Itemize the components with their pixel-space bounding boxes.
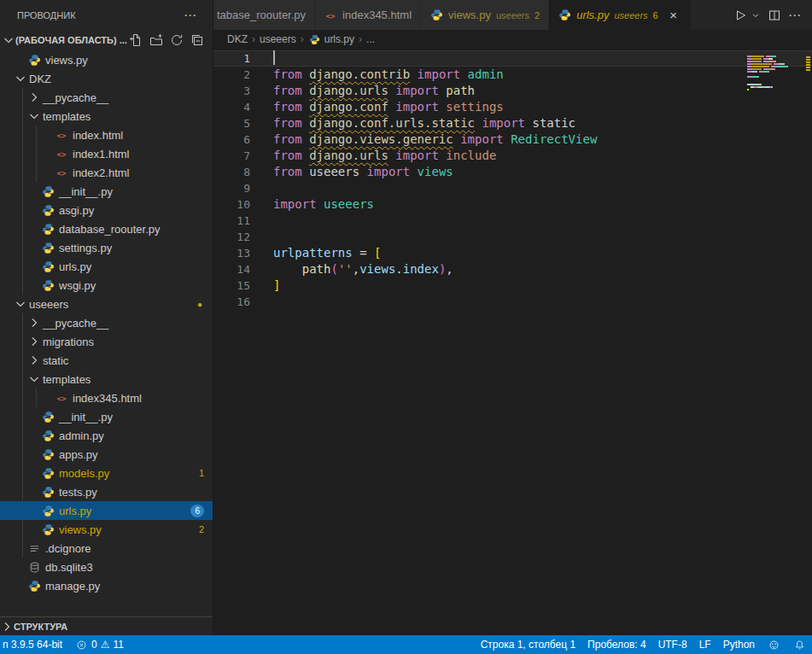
code-line-14[interactable]: 14 path('',views.index),: [213, 261, 812, 277]
language-mode[interactable]: Python: [717, 635, 761, 654]
tree-file-.dcignore[interactable]: .dcignore: [0, 539, 213, 558]
code-line-5[interactable]: 5from django.conf.urls.static import sta…: [213, 115, 812, 131]
code-line-13[interactable]: 13urlpatterns = [: [213, 245, 812, 261]
chevron-right-icon: [27, 91, 41, 104]
breadcrumb-item[interactable]: DKZ: [227, 33, 248, 45]
file-name: asgi.py: [59, 204, 94, 217]
tree-folder-DKZ[interactable]: DKZ: [0, 69, 213, 88]
line-number: 4: [213, 99, 250, 115]
overview-ruler[interactable]: [805, 53, 812, 635]
tree-file-asgi.py[interactable]: asgi.py: [0, 201, 213, 219]
tree-file-__init__.py[interactable]: __init__.py: [0, 182, 213, 201]
explorer-more-actions-button[interactable]: ⋯: [180, 8, 201, 23]
code-line-7[interactable]: 7from django.urls import include: [213, 148, 812, 164]
tree-folder-templates[interactable]: templates: [0, 370, 213, 388]
refresh-button[interactable]: [168, 32, 185, 49]
refresh-icon: [170, 33, 184, 47]
tree-file-models.py[interactable]: models.py1: [0, 464, 213, 482]
tree-file-db.sqlite3[interactable]: db.sqlite3: [0, 558, 213, 576]
tree-file-manage.py[interactable]: manage.py: [0, 576, 213, 595]
code-line-1[interactable]: 1: [213, 50, 812, 67]
file-name: .dcignore: [45, 542, 91, 555]
status-bar: n 3.9.5 64-bit 0 ⚠ 11 Строка 1, столбец …: [0, 635, 812, 654]
tab-index345.html[interactable]: <>index345.html: [315, 0, 421, 30]
problems-status[interactable]: 0 ⚠ 11: [68, 635, 130, 654]
code-line-15[interactable]: 15]: [213, 277, 812, 294]
tree-file-views.py[interactable]: views.py2: [0, 520, 213, 539]
code-line-10[interactable]: 10import useeers: [213, 196, 812, 213]
tree-file-admin.py[interactable]: admin.py: [0, 426, 213, 445]
tree-file-wsgi.py[interactable]: wsgi.py: [0, 276, 213, 295]
breadcrumb-item[interactable]: useeers: [260, 33, 296, 45]
code-line-11[interactable]: 11: [213, 213, 812, 229]
code-editor[interactable]: 12from django.contrib import admin3from …: [213, 49, 812, 635]
outline-section-header[interactable]: СТРУКТУРА: [0, 616, 213, 635]
breadcrumb-item[interactable]: ...: [366, 33, 375, 45]
run-dropdown-button[interactable]: [747, 5, 764, 26]
tree-file-urls.py[interactable]: urls.py: [0, 257, 213, 276]
split-editor-button[interactable]: [766, 5, 783, 26]
workspace-section-header[interactable]: (РАБОЧАЯ ОБЛАСТЬ) ...: [0, 30, 213, 50]
code-line-12[interactable]: 12: [213, 229, 812, 245]
tree-file-settings.py[interactable]: settings.py: [0, 238, 213, 257]
tree-file-tests.py[interactable]: tests.py: [0, 482, 213, 501]
breadcrumb-item[interactable]: urls.py: [308, 32, 354, 46]
editor-more-actions-button[interactable]: ⋯: [785, 5, 805, 26]
file-tree: views.pyDKZ__pycache__templates<>index.h…: [0, 50, 213, 616]
python-icon: [41, 485, 55, 499]
cursor-position[interactable]: Строка 1, столбец 1: [478, 635, 581, 654]
new-folder-icon: [149, 33, 163, 47]
file-name: __init__.py: [59, 185, 113, 198]
run-button[interactable]: [732, 5, 749, 26]
python-icon: [41, 278, 55, 292]
code-line-9[interactable]: 9: [213, 180, 812, 196]
python-icon: [41, 410, 55, 423]
close-tab-icon[interactable]: ×: [665, 7, 682, 24]
code-line-2[interactable]: 2from django.contrib import admin: [213, 67, 812, 83]
tree-file-database_roouter.py[interactable]: database_roouter.py: [0, 219, 213, 238]
code-line-16[interactable]: 16: [213, 294, 812, 310]
new-file-icon: [129, 33, 143, 47]
tree-file-apps.py[interactable]: apps.py: [0, 445, 213, 464]
tab-urls.py[interactable]: urls.pyuseeers6×: [549, 0, 692, 30]
tree-file-urls.py[interactable]: urls.py6: [0, 501, 213, 520]
feedback-button[interactable]: [761, 635, 786, 654]
svg-text:<>: <>: [57, 394, 67, 403]
code-line-6[interactable]: 6from django.views.generic import Redire…: [213, 131, 812, 148]
explorer-title: ПРОВОДНИК: [17, 10, 76, 20]
code-line-8[interactable]: 8from useeers import views: [213, 164, 812, 180]
eol[interactable]: LF: [693, 635, 717, 654]
html-icon: <>: [55, 166, 68, 179]
warning-ruler-mark: [806, 59, 810, 61]
breadcrumb-separator: ›: [359, 33, 362, 45]
tab-description: useeers: [614, 10, 647, 20]
python-interpreter[interactable]: n 3.9.5 64-bit: [0, 635, 68, 654]
new-folder-button[interactable]: [148, 32, 165, 49]
collapse-all-button[interactable]: [189, 32, 206, 49]
tree-file-__init__.py[interactable]: __init__.py: [0, 407, 213, 426]
tree-folder-useeers[interactable]: useeers●: [0, 295, 213, 313]
folder-name: __pycache__: [43, 317, 108, 330]
code-line-3[interactable]: 3from django.urls import path: [213, 83, 812, 99]
breadcrumb: DKZ›useeers›urls.py›...: [213, 30, 812, 49]
tree-folder-__pycache__[interactable]: __pycache__: [0, 313, 213, 332]
tab-tabase_roouter.py[interactable]: tabase_roouter.py: [213, 0, 315, 30]
tab-views.py[interactable]: views.pyuseeers2: [421, 0, 549, 30]
tree-file-index1.html[interactable]: <>index1.html: [0, 144, 213, 163]
minimap[interactable]: [747, 53, 803, 94]
new-file-button[interactable]: [127, 32, 144, 49]
code-line-4[interactable]: 4from django.conf import settings: [213, 99, 812, 115]
indentation[interactable]: Пробелов: 4: [581, 635, 652, 654]
tree-folder-migrations[interactable]: migrations: [0, 332, 213, 351]
feedback-icon: [767, 638, 780, 651]
tree-file-index.html[interactable]: <>index.html: [0, 126, 213, 144]
tree-folder-templates[interactable]: templates: [0, 107, 213, 126]
notifications-button[interactable]: [786, 635, 812, 654]
encoding[interactable]: UTF-8: [652, 635, 693, 654]
tree-file-views.py[interactable]: views.py: [0, 50, 213, 69]
tree-file-index345.html[interactable]: <>index345.html: [0, 388, 213, 407]
tree-file-index2.html[interactable]: <>index2.html: [0, 163, 213, 182]
error-count: 0: [91, 639, 97, 651]
tree-folder-__pycache__[interactable]: __pycache__: [0, 88, 213, 107]
tree-folder-static[interactable]: static: [0, 351, 213, 370]
